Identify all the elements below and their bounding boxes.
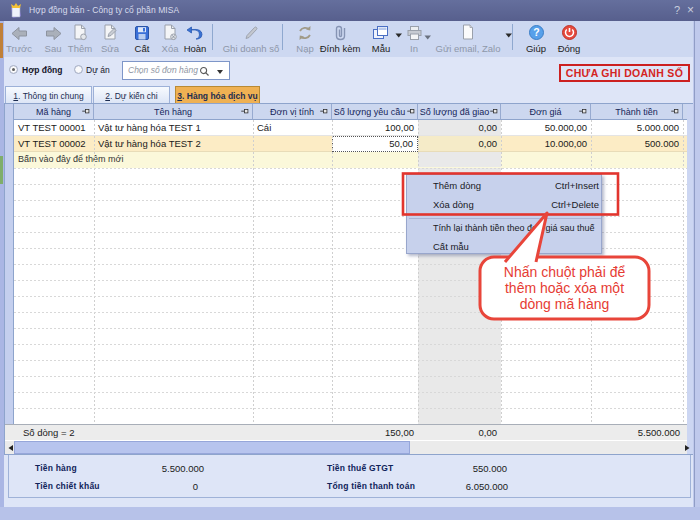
svg-text:?: ? bbox=[533, 26, 539, 38]
